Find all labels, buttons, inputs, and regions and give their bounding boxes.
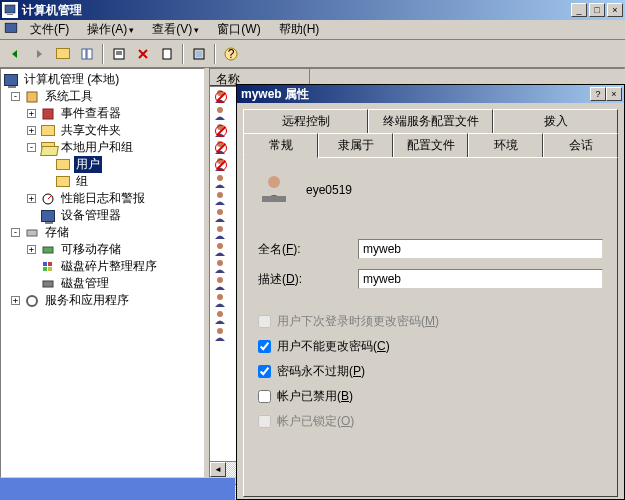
tab-memberof[interactable]: 隶属于 bbox=[318, 133, 393, 157]
svg-point-30 bbox=[217, 209, 223, 215]
folder-icon bbox=[55, 174, 71, 190]
tree-toggle[interactable]: + bbox=[27, 194, 36, 203]
svg-point-31 bbox=[217, 226, 223, 232]
tree-systools[interactable]: 系统工具 bbox=[43, 88, 95, 105]
svg-rect-39 bbox=[262, 196, 286, 202]
tree-root[interactable]: 计算机管理 (本地) bbox=[22, 71, 121, 88]
tree-users[interactable]: 用户 bbox=[74, 156, 102, 173]
app-icon bbox=[2, 2, 18, 18]
dialog-close-button[interactable]: × bbox=[606, 87, 622, 101]
menu-view[interactable]: 查看(V)▾ bbox=[144, 19, 207, 40]
tree-groups[interactable]: 组 bbox=[74, 173, 90, 190]
tree-removable[interactable]: 可移动存储 bbox=[59, 241, 123, 258]
svg-text:?: ? bbox=[228, 47, 235, 61]
svg-rect-3 bbox=[82, 49, 86, 59]
svg-point-25 bbox=[217, 124, 223, 130]
svg-point-34 bbox=[217, 277, 223, 283]
tab-environment[interactable]: 环境 bbox=[468, 133, 543, 157]
menu-window[interactable]: 窗口(W) bbox=[209, 19, 268, 40]
close-button[interactable]: × bbox=[607, 3, 623, 17]
user-icon bbox=[212, 241, 228, 257]
up-button[interactable] bbox=[52, 43, 74, 65]
tab-body: eye0519 全名(F): 描述(D): 用户下次登录时须更改密码(M) 用户… bbox=[243, 157, 618, 497]
svg-rect-13 bbox=[27, 92, 37, 102]
tree-diskmgr[interactable]: 磁盘管理 bbox=[59, 275, 111, 292]
fullname-label: 全名(F): bbox=[258, 241, 358, 258]
tree-storage[interactable]: 存储 bbox=[43, 224, 71, 241]
tree-toggle[interactable]: - bbox=[11, 92, 20, 101]
folder-open-icon bbox=[40, 140, 56, 156]
user-disabled-icon bbox=[212, 156, 228, 172]
device-icon bbox=[40, 208, 56, 224]
chk-cannotchange[interactable] bbox=[258, 340, 271, 353]
tab-tsprofile[interactable]: 终端服务配置文件 bbox=[368, 109, 493, 133]
app-icon-small bbox=[4, 22, 20, 38]
tree-localusers[interactable]: 本地用户和组 bbox=[59, 139, 135, 156]
description-label: 描述(D): bbox=[258, 271, 358, 288]
delete-button[interactable] bbox=[132, 43, 154, 65]
show-hide-button[interactable] bbox=[76, 43, 98, 65]
user-icon bbox=[212, 275, 228, 291]
fullname-input[interactable] bbox=[358, 239, 603, 259]
user-icon bbox=[212, 105, 228, 121]
window-title: 计算机管理 bbox=[22, 2, 571, 19]
tree-toggle[interactable]: + bbox=[27, 109, 36, 118]
user-icon bbox=[212, 173, 228, 189]
tree-toggle[interactable]: + bbox=[11, 296, 20, 305]
user-disabled-icon bbox=[212, 139, 228, 155]
taskbar-segment bbox=[0, 478, 235, 500]
tree-defrag[interactable]: 磁盘碎片整理程序 bbox=[59, 258, 159, 275]
user-icon bbox=[212, 224, 228, 240]
tree-pane[interactable]: 计算机管理 (本地) -系统工具 +事件查看器 +共享文件夹 -本地用户和组 用… bbox=[0, 68, 205, 478]
maximize-button[interactable]: □ bbox=[589, 3, 605, 17]
tree-toggle[interactable]: - bbox=[27, 143, 36, 152]
tree-devmgr[interactable]: 设备管理器 bbox=[59, 207, 123, 224]
menubar: 文件(F) 操作(A)▾ 查看(V)▾ 窗口(W) 帮助(H) bbox=[0, 20, 625, 40]
chk-disabled[interactable] bbox=[258, 390, 271, 403]
chk-locked bbox=[258, 415, 271, 428]
tab-sessions[interactable]: 会话 bbox=[543, 133, 618, 157]
tree-shared[interactable]: 共享文件夹 bbox=[59, 122, 123, 139]
back-button[interactable] bbox=[4, 43, 26, 65]
refresh-button[interactable] bbox=[188, 43, 210, 65]
menu-action[interactable]: 操作(A)▾ bbox=[79, 19, 142, 40]
menu-file[interactable]: 文件(F) bbox=[22, 19, 77, 40]
svg-point-23 bbox=[217, 90, 223, 96]
tab-remote[interactable]: 远程控制 bbox=[243, 109, 368, 133]
forward-button[interactable] bbox=[28, 43, 50, 65]
menu-help[interactable]: 帮助(H) bbox=[271, 19, 328, 40]
svg-rect-19 bbox=[48, 262, 52, 266]
properties-button[interactable] bbox=[108, 43, 130, 65]
svg-rect-22 bbox=[43, 281, 53, 287]
user-icon bbox=[212, 326, 228, 342]
svg-point-32 bbox=[217, 243, 223, 249]
tools-icon bbox=[24, 89, 40, 105]
user-disabled-icon bbox=[212, 88, 228, 104]
scroll-left-button[interactable]: ◄ bbox=[210, 462, 226, 477]
tree-perflogs[interactable]: 性能日志和警报 bbox=[59, 190, 147, 207]
tab-profile[interactable]: 配置文件 bbox=[393, 133, 468, 157]
chk-mustchange-label: 用户下次登录时须更改密码(M) bbox=[277, 313, 439, 330]
chk-disabled-label: 帐户已禁用(B) bbox=[277, 388, 353, 405]
chk-neverexpire[interactable] bbox=[258, 365, 271, 378]
dialog-help-button[interactable]: ? bbox=[590, 87, 606, 101]
defrag-icon bbox=[40, 259, 56, 275]
tab-dialin[interactable]: 拨入 bbox=[493, 109, 618, 133]
svg-rect-1 bbox=[7, 14, 13, 15]
tab-general[interactable]: 常规 bbox=[243, 133, 318, 158]
tree-toggle[interactable]: + bbox=[27, 245, 36, 254]
chk-cannotchange-label: 用户不能更改密码(C) bbox=[277, 338, 390, 355]
help-button[interactable]: ? bbox=[220, 43, 242, 65]
tree-services[interactable]: 服务和应用程序 bbox=[43, 292, 131, 309]
minimize-button[interactable]: _ bbox=[571, 3, 587, 17]
tree-toggle[interactable]: - bbox=[11, 228, 20, 237]
properties-dialog: myweb 属性 ? × 远程控制 终端服务配置文件 拨入 常规 隶属于 配置文… bbox=[236, 84, 625, 500]
description-input[interactable] bbox=[358, 269, 603, 289]
tree-toggle[interactable]: + bbox=[27, 126, 36, 135]
export-button[interactable] bbox=[156, 43, 178, 65]
book-icon bbox=[40, 106, 56, 122]
tree-eventviewer[interactable]: 事件查看器 bbox=[59, 105, 123, 122]
chk-locked-label: 帐户已锁定(O) bbox=[277, 413, 354, 430]
svg-rect-18 bbox=[43, 262, 47, 266]
svg-point-26 bbox=[217, 141, 223, 147]
